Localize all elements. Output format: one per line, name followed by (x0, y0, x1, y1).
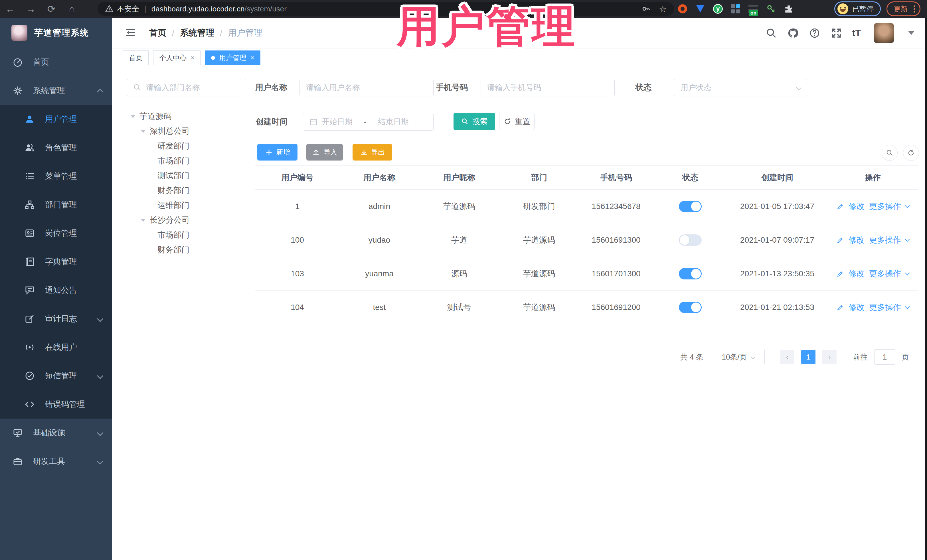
tag-profile[interactable]: 个人中心 × (153, 50, 201, 65)
sidebar-item-error-code[interactable]: 错误码管理 (0, 390, 112, 419)
goto-page-input[interactable] (874, 349, 895, 365)
font-size-icon[interactable]: tT (852, 28, 861, 38)
sidebar-item-dev-tools[interactable]: 研发工具 (0, 447, 112, 476)
sidebar-item-dict-mgmt[interactable]: 字典管理 (0, 247, 112, 276)
tree-node-market2[interactable]: 市场部门 (112, 228, 246, 242)
sidebar-item-home[interactable]: 首页 (0, 48, 112, 76)
extension-green-icon[interactable]: y (713, 4, 723, 14)
browser-profile-chip[interactable]: 已暂停 (834, 2, 881, 16)
tree-node-label: 财务部门 (158, 185, 189, 196)
tree-node-ops[interactable]: 运维部门 (112, 198, 246, 213)
edit-link[interactable]: 修改 (849, 235, 865, 246)
edit-link[interactable]: 修改 (849, 302, 865, 313)
tree-expand-icon[interactable] (141, 130, 146, 133)
url-host[interactable]: dashboard.yudao.iocoder.cn (152, 5, 245, 14)
sidebar-item-dept-mgmt[interactable]: 部门管理 (0, 190, 112, 219)
tree-node-market[interactable]: 市场部门 (112, 153, 246, 168)
breadcrumb-system[interactable]: 系统管理 (180, 27, 214, 39)
sidebar-item-role-mgmt[interactable]: 角色管理 (0, 134, 112, 162)
tree-node-rd[interactable]: 研发部门 (112, 138, 246, 153)
dept-search-input[interactable]: 请输入部门名称 (127, 79, 246, 96)
prev-page-button[interactable]: ‹ (780, 350, 794, 364)
browser-reload-icon[interactable]: ⟳ (41, 0, 62, 18)
sidebar-item-label: 研发工具 (33, 456, 65, 467)
sidebar-item-post-mgmt[interactable]: 岗位管理 (0, 219, 112, 247)
browser-back-icon[interactable]: ← (0, 0, 21, 18)
more-actions-link[interactable]: 更多操作 (869, 268, 901, 279)
browser-menu-icon[interactable] (913, 5, 915, 12)
status-select[interactable]: 用户状态 (674, 79, 807, 96)
import-button[interactable]: 导入 (306, 144, 343, 161)
current-page-button[interactable]: 1 (801, 350, 816, 364)
search-icon[interactable] (766, 27, 777, 39)
cell-mobile: 15601691200 (579, 303, 653, 312)
toggle-search-button[interactable] (881, 145, 898, 161)
help-icon[interactable] (809, 27, 820, 39)
tree-node-finance2[interactable]: 财务部门 (112, 242, 246, 257)
username-input[interactable]: 请输入用户名称 (299, 79, 433, 96)
sidebar-item-infrastructure[interactable]: 基础设施 (0, 419, 112, 447)
tree-expand-icon[interactable] (130, 115, 135, 118)
tree-node-test[interactable]: 测试部门 (112, 168, 246, 183)
mobile-input[interactable]: 请输入手机号码 (480, 79, 615, 96)
bookmark-star-icon[interactable]: ☆ (659, 4, 667, 14)
chevron-down-icon (905, 270, 910, 275)
sidebar-item-user-mgmt[interactable]: 用户管理 (0, 105, 112, 134)
extensions-puzzle-icon[interactable] (784, 4, 793, 14)
more-actions-link[interactable]: 更多操作 (869, 201, 901, 212)
tree-node-root[interactable]: 芋道源码 (112, 109, 246, 124)
sidebar-collapse-button[interactable] (125, 27, 136, 39)
status-toggle[interactable] (679, 268, 702, 279)
refresh-table-button[interactable] (903, 145, 919, 161)
status-toggle[interactable] (679, 201, 702, 212)
sidebar-item-system[interactable]: 系统管理 (0, 76, 112, 105)
breadcrumb-home[interactable]: 首页 (149, 27, 166, 39)
tree-node-finance[interactable]: 财务部门 (112, 183, 246, 198)
sidebar-item-sms-mgmt[interactable]: 短信管理 (0, 361, 112, 390)
tree-expand-icon[interactable] (141, 219, 146, 222)
tree-node-label: 研发部门 (158, 141, 189, 152)
extension-key-icon[interactable] (766, 4, 776, 14)
extension-list-icon[interactable]: on (748, 5, 758, 13)
github-icon[interactable] (787, 27, 799, 39)
fullscreen-icon[interactable] (831, 27, 842, 39)
tag-close-icon[interactable]: × (251, 54, 254, 62)
add-button[interactable]: 新增 (257, 144, 298, 161)
export-button[interactable]: 导出 (353, 144, 392, 161)
search-icon (886, 149, 894, 157)
browser-home-icon[interactable]: ⌂ (62, 0, 82, 18)
sidebar-item-online-users[interactable]: 在线用户 (0, 333, 112, 361)
more-actions-link[interactable]: 更多操作 (869, 235, 901, 246)
address-bar[interactable]: 不安全 | dashboard.yudao.iocoder.cn/system/… (97, 2, 674, 16)
tag-home[interactable]: 首页 (123, 50, 149, 65)
tag-user-mgmt[interactable]: 用户管理 × (205, 50, 260, 65)
app-logo-row[interactable]: 芋道管理系统 (0, 18, 112, 48)
edit-link[interactable]: 修改 (849, 201, 865, 212)
status-toggle[interactable] (679, 302, 702, 313)
extension-ubuntu-icon[interactable] (678, 4, 687, 14)
edit-link[interactable]: 修改 (849, 268, 865, 279)
tag-close-icon[interactable]: × (190, 54, 195, 62)
extension-grid-icon[interactable] (731, 4, 740, 14)
browser-update-button[interactable]: 更新 (886, 2, 921, 16)
security-label[interactable]: 不安全 (117, 4, 139, 14)
extension-gem-icon[interactable] (696, 5, 704, 12)
key-icon[interactable] (641, 4, 650, 14)
date-range-input[interactable]: 开始日期 - 结束日期 (302, 113, 433, 131)
plus-icon (265, 148, 273, 156)
tag-label: 首页 (129, 53, 143, 62)
browser-forward-icon[interactable]: → (21, 0, 41, 18)
sidebar-item-audit-log[interactable]: 审计日志 (0, 305, 112, 333)
more-actions-link[interactable]: 更多操作 (869, 302, 901, 313)
reset-button[interactable]: 重置 (499, 113, 535, 130)
page-size-select[interactable]: 10条/页 (712, 349, 765, 365)
avatar-caret-icon[interactable] (908, 31, 915, 35)
sidebar-item-notice[interactable]: 通知公告 (0, 276, 112, 305)
tree-node-changsha[interactable]: 长沙分公司 (112, 213, 246, 228)
search-button[interactable]: 搜索 (453, 113, 495, 130)
avatar[interactable] (874, 23, 894, 43)
tree-node-shenzhen[interactable]: 深圳总公司 (112, 124, 246, 138)
next-page-button[interactable]: › (822, 350, 837, 364)
sidebar-item-menu-mgmt[interactable]: 菜单管理 (0, 162, 112, 190)
status-toggle[interactable] (679, 234, 702, 246)
